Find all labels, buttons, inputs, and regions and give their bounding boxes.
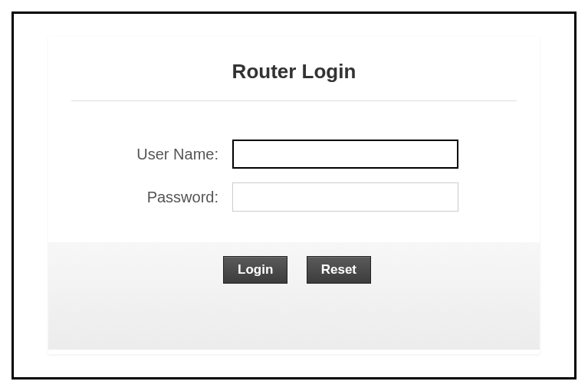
username-label: User Name: [71,146,232,163]
login-card: Router Login User Name: Password: Login … [48,37,540,354]
page-title: Router Login [48,60,540,84]
password-label: Password: [71,189,232,206]
button-bar: Login Reset [48,242,540,350]
reset-button[interactable]: Reset [307,256,371,284]
password-input[interactable] [232,182,458,212]
outer-frame: Router Login User Name: Password: Login … [11,12,577,380]
username-row: User Name: [71,140,517,169]
login-form: User Name: Password: [48,101,540,242]
username-input[interactable] [232,140,458,169]
password-row: Password: [71,182,517,212]
card-header: Router Login [48,37,540,100]
login-button[interactable]: Login [223,256,287,284]
